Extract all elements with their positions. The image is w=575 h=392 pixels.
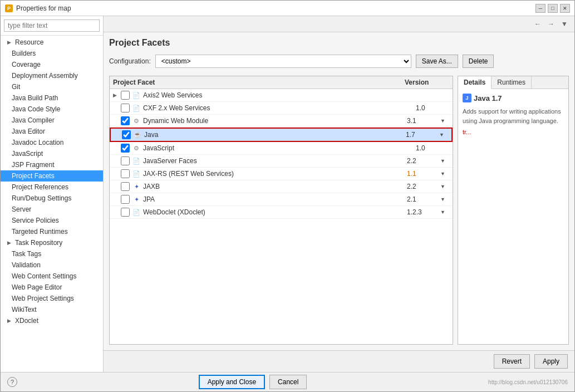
details-icon-row: J Java 1.7 [463,94,564,102]
window-icon: P [5,4,13,12]
table-row[interactable]: 📄CXF 2.x Web Services1.0 [110,102,453,115]
table-row[interactable]: ✦JAXB2.2▼ [110,180,453,193]
row-dropdown-icon[interactable]: ▼ [440,171,449,177]
delete-button[interactable]: Delete [463,55,494,68]
sidebar-item-java-code-style[interactable]: Java Code Style [1,104,103,115]
config-row: Configuration: <custom> Save As... Delet… [109,55,569,68]
row-version: 2.1 [407,195,440,203]
col-version-header: Version [405,79,449,86]
window-title: Properties for map [16,4,71,12]
sidebar-item-targeted-runtimes[interactable]: Targeted Runtimes [1,226,103,237]
sidebar-item-task-repository[interactable]: ▶Task Repository [1,237,103,248]
table-row[interactable]: 📄JAX-RS (REST Web Services)1.1▼ [110,168,453,180]
nav-item-label: JavaScript [12,150,43,158]
sidebar: ▶ResourceBuildersCoverageDeployment Asse… [1,16,104,372]
expand-arrow-icon: ▶ [7,318,13,324]
row-dropdown-icon[interactable]: ▼ [440,209,449,215]
page-title: Project Facets [109,38,569,48]
row-dropdown-icon[interactable]: ▼ [440,197,449,202]
table-row[interactable]: ⚙Dynamic Web Module3.1▼ [110,115,453,128]
row-checkbox[interactable] [121,104,130,112]
row-checkbox[interactable] [121,208,130,217]
sidebar-item-git[interactable]: Git [1,81,103,92]
nav-forward-button[interactable]: → [545,18,557,30]
row-dropdown-icon[interactable]: ▼ [439,132,448,138]
row-icon: ✦ [132,182,141,191]
nav-item-label: Coverage [12,61,41,68]
nav-dropdown-button[interactable]: ▼ [559,18,570,30]
close-button[interactable]: ✕ [560,4,570,13]
sidebar-item-xdoclet[interactable]: ▶XDoclet [1,315,103,326]
details-panel: Details Runtimes J Java 1.7 Adds support… [458,76,569,345]
maximize-button[interactable]: □ [548,4,558,13]
row-checkbox[interactable] [121,116,130,125]
nav-item-label: XDoclet [15,317,38,325]
config-select[interactable]: <custom> [155,55,411,68]
sidebar-item-run/debug-settings[interactable]: Run/Debug Settings [1,193,103,204]
table-row[interactable]: ⚙JavaScript1.0 [110,142,453,155]
row-checkbox[interactable] [121,156,130,165]
nav-item-label: Java Editor [12,128,45,135]
help-button[interactable]: ? [7,377,17,387]
row-checkbox[interactable] [121,182,130,191]
sidebar-item-web-content-settings[interactable]: Web Content Settings [1,271,103,282]
table-row[interactable]: 📄WebDoclet (XDoclet)1.2.3▼ [110,206,453,219]
minimize-button[interactable]: ─ [535,4,545,13]
sidebar-item-task-tags[interactable]: Task Tags [1,248,103,259]
sidebar-item-project-references[interactable]: Project References [1,182,103,193]
table-row[interactable]: 📄JavaServer Faces2.2▼ [110,155,453,168]
cancel-button[interactable]: Cancel [269,375,307,389]
main-toolbar: ← → ▼ [104,16,574,32]
tab-details[interactable]: Details [458,76,492,89]
sidebar-item-java-build-path[interactable]: Java Build Path [1,92,103,104]
row-version: 1.1 [407,170,440,178]
sidebar-item-project-facets[interactable]: Project Facets [1,170,103,182]
table-row[interactable]: ✦JPA2.1▼ [110,193,453,206]
content-area: ▶ResourceBuildersCoverageDeployment Asse… [1,16,574,372]
row-checkbox[interactable] [121,195,130,204]
sidebar-item-server[interactable]: Server [1,204,103,215]
row-dropdown-icon[interactable]: ▼ [440,184,449,189]
sidebar-item-builders[interactable]: Builders [1,48,103,59]
row-icon: ⚙ [132,144,141,153]
row-checkbox[interactable] [121,169,130,178]
sidebar-item-web-project-settings[interactable]: Web Project Settings [1,293,103,304]
sidebar-item-javascript[interactable]: JavaScript [1,148,103,159]
table-row[interactable]: ☕Java1.7▼ [110,128,453,142]
nav-item-label: Builders [12,50,36,57]
row-version: 1.7 [406,131,439,139]
sidebar-item-deployment-assembly[interactable]: Deployment Assembly [1,70,103,81]
apply-close-button[interactable]: Apply and Close [199,375,265,389]
sidebar-item-java-editor[interactable]: Java Editor [1,126,103,137]
revert-button[interactable]: Revert [494,354,530,369]
save-as-button[interactable]: Save As... [416,55,458,68]
row-checkbox[interactable] [122,130,131,139]
sidebar-item-service-policies[interactable]: Service Policies [1,215,103,226]
details-link[interactable]: tr... [463,129,564,135]
row-icon: 📄 [132,156,141,165]
row-version: 1.2.3 [407,208,440,216]
row-dropdown-icon[interactable]: ▼ [440,118,449,124]
row-version: 2.2 [407,157,440,165]
table-body: ▶📄Axis2 Web Services📄CXF 2.x Web Service… [110,89,453,344]
sidebar-item-resource[interactable]: ▶Resource [1,37,103,48]
sidebar-item-jsp-fragment[interactable]: JSP Fragment [1,159,103,170]
apply-button[interactable]: Apply [534,354,568,369]
expand-arrow-icon: ▶ [7,40,13,45]
sidebar-item-validation[interactable]: Validation [1,259,103,271]
sidebar-item-web-page-editor[interactable]: Web Page Editor [1,282,103,293]
sidebar-item-javadoc-location[interactable]: Javadoc Location [1,137,103,148]
row-checkbox[interactable] [121,144,130,153]
nav-back-button[interactable]: ← [532,18,543,30]
row-icon: 📄 [132,169,141,178]
sidebar-item-wikitext[interactable]: WikiText [1,304,103,315]
sidebar-item-coverage[interactable]: Coverage [1,59,103,70]
sidebar-item-java-compiler[interactable]: Java Compiler [1,115,103,126]
tab-runtimes[interactable]: Runtimes [492,76,532,89]
table-row[interactable]: ▶📄Axis2 Web Services [110,89,453,102]
row-dropdown-icon[interactable]: ▼ [440,158,449,164]
nav-item-label: JSP Fragment [12,161,54,169]
details-icon: J [463,94,471,102]
row-checkbox[interactable] [121,91,130,100]
search-input[interactable] [4,19,100,32]
